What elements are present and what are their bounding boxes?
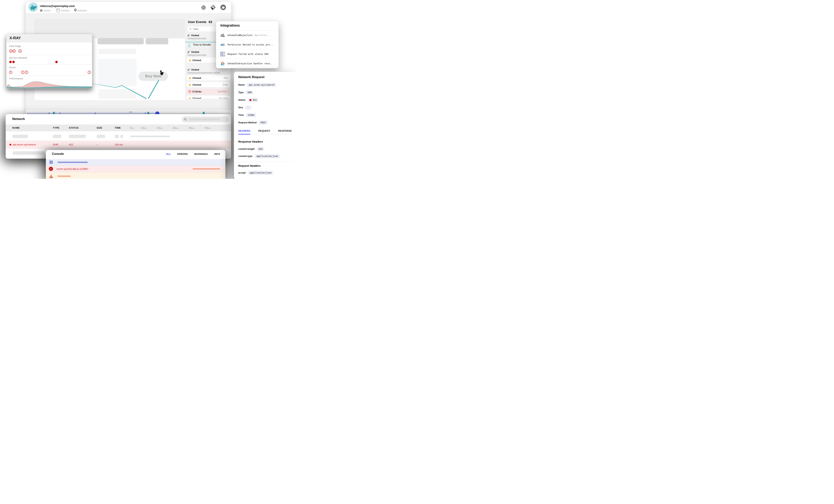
- integration-message: Request failed with status 500: [227, 53, 268, 56]
- network-panel-title: Network: [12, 117, 25, 121]
- response-headers-title: Response Headers: [238, 140, 263, 143]
- header-value: application/json: [248, 171, 273, 175]
- xray-header: X-RAY: [6, 34, 92, 42]
- console-row-warning[interactable]: !: [46, 172, 225, 179]
- tab-warnings[interactable]: WARNINGS: [194, 153, 208, 155]
- browser-icon: [57, 8, 60, 12]
- tab-headers[interactable]: HEADERS: [238, 130, 250, 134]
- session-header: rebecca@openreplay.com: [26, 2, 231, 13]
- click-rage-label: Click Rage: [9, 45, 21, 47]
- clicked-icon: ☝: [189, 97, 191, 98]
- network-error-dot[interactable]: [12, 61, 15, 63]
- field-time: Time 119ms: [238, 113, 256, 117]
- user-events-title: User Events 62: [188, 20, 212, 24]
- network-search[interactable]: [182, 116, 229, 123]
- network-error-dot[interactable]: [9, 61, 12, 63]
- field-label: Type: [238, 91, 244, 94]
- event-visited[interactable]: Visited: [191, 50, 199, 53]
- error-badge-icon[interactable]: [21, 70, 24, 74]
- cell-size: --: [96, 143, 98, 146]
- clicked-icon: ☝: [189, 59, 191, 61]
- event-card-clicked-buynow[interactable]: ☝ Clicked Buy Now: [186, 96, 230, 98]
- integration-item-bugsnag[interactable]: Permission denied to access pro...: [216, 40, 279, 49]
- event-target-label: Color: [223, 83, 228, 86]
- error-badge-icon[interactable]: [25, 70, 28, 74]
- cell-name: api.ecom.xyz/search: [13, 143, 36, 146]
- event-target-label: Size: [224, 76, 228, 79]
- field-type: Type XHR: [238, 90, 254, 94]
- console-row-info[interactable]: i: [46, 159, 225, 166]
- network-request-panel: Network Request Name api.ecom.xyz/search…: [234, 72, 296, 179]
- clicked-icon: ☝: [189, 84, 191, 86]
- request-detail-tabs: HEADERS REQUEST RESPONSE: [238, 130, 292, 134]
- rage-face-icon[interactable]: [12, 49, 16, 53]
- clicked-icon: ☝: [189, 77, 191, 79]
- network-error-dot[interactable]: [55, 61, 58, 63]
- xray-title: X-RAY: [9, 36, 21, 40]
- integrations-panel: Integrations UnhandledRejection: Non-Err…: [216, 21, 279, 68]
- browser-skeleton: [61, 10, 70, 12]
- table-row-skeleton[interactable]: [6, 133, 231, 139]
- event-card-rage-clicks[interactable]: 3 Clicks Quantity +: [186, 89, 230, 94]
- col-name: NAME: [12, 126, 20, 129]
- event-visited[interactable]: Visited: [191, 34, 199, 37]
- field-value: 422: [248, 98, 259, 102]
- errors-label: Errors: [9, 66, 16, 69]
- tab-response[interactable]: RESPONSE: [278, 130, 292, 134]
- error-badge-icon[interactable]: [9, 70, 13, 74]
- field-value: 119ms: [246, 113, 256, 117]
- tab-errors[interactable]: ERRORS: [177, 153, 188, 155]
- network-table-header: NAME TYPE STATUS SIZE TIME 0ms 10ms 20ms…: [6, 125, 231, 131]
- field-label: Time: [238, 114, 244, 116]
- field-value: --: [245, 106, 251, 110]
- tab-all[interactable]: ALL: [166, 153, 171, 155]
- tab-request[interactable]: REQUEST: [258, 130, 270, 134]
- network-request-title: Network Request: [238, 75, 264, 79]
- console-title: Console: [52, 152, 64, 156]
- error-icon: !: [49, 167, 53, 171]
- integration-item-sentry[interactable]: UnhandledRejection: Non-Error...: [216, 30, 279, 40]
- tick-40ms: 40ms: [189, 126, 195, 129]
- header-row-accept: accept application/json: [238, 171, 273, 175]
- rage-click-icon: [189, 90, 191, 93]
- jira-icon[interactable]: [210, 4, 216, 10]
- github-icon[interactable]: [220, 4, 226, 10]
- clock-icon: [40, 9, 43, 12]
- tab-info[interactable]: INFO: [214, 153, 220, 155]
- console-tabs: ALL ERRORS WARNINGS INFO: [166, 153, 220, 155]
- integration-message: UnhandledRejection: Non-Error...: [227, 34, 271, 37]
- search-icon: [184, 118, 187, 121]
- error-badge-icon[interactable]: [88, 70, 91, 74]
- user-events-count: 62: [208, 20, 212, 24]
- integration-message: Permission denied to access pro...: [227, 43, 274, 46]
- event-path: /category/wearable/watch-details: [187, 71, 220, 74]
- integrations-title: Integrations: [220, 24, 240, 27]
- warning-skeleton: [58, 176, 71, 177]
- field-label: Size: [238, 106, 243, 109]
- integration-item-datadog[interactable]: Request failed with status 500: [216, 49, 279, 59]
- integration-message: Unhandledrejection handler rece..: [227, 62, 272, 65]
- console-error-text: ecom.xyz/a213qh.js:123987: [57, 168, 88, 170]
- event-clicked-label: Clicked: [192, 59, 201, 62]
- sentry-icon: [220, 33, 225, 38]
- integration-item-elastic[interactable]: Unhandledrejection handler rece..: [216, 59, 279, 68]
- event-visited[interactable]: Visited: [191, 68, 199, 71]
- elastic-icon: [220, 61, 225, 66]
- field-value: XHR: [246, 90, 254, 94]
- visited-icon: [187, 68, 190, 71]
- header-key: content-length: [238, 148, 255, 150]
- col-type: TYPE: [53, 126, 60, 129]
- performance-chart: [6, 80, 92, 88]
- slack-icon[interactable]: [201, 5, 206, 10]
- cell-type: XHR: [53, 143, 58, 146]
- event-card-clicked-size[interactable]: ☝ Clicked Size: [186, 75, 230, 81]
- status-error-dot: [249, 99, 251, 101]
- search-input-skeleton: [189, 118, 221, 120]
- console-row-error[interactable]: ! ecom.xyz/a213qh.js:123987: [46, 166, 225, 172]
- event-card-clicked-color[interactable]: ☝ Clicked Color: [186, 82, 230, 87]
- event-path: /category/wearable: [187, 37, 206, 40]
- table-row-error-request[interactable]: api.ecom.xyz/search XHR 422 -- 119 ms: [6, 140, 231, 149]
- location-skeleton: [77, 10, 87, 12]
- rage-face-icon[interactable]: [18, 49, 22, 53]
- event-target-label: Quantity +: [218, 90, 228, 93]
